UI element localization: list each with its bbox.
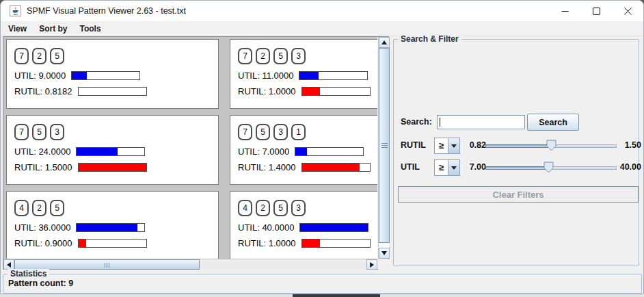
minimize-button[interactable]: [549, 1, 580, 21]
statistics-groupbox: Statistics Pattern count: 9: [3, 274, 642, 294]
rutil-bar-fill: [302, 88, 320, 95]
util-bar-fill: [295, 148, 307, 155]
search-row: Search: Search: [399, 114, 636, 131]
util-bar-fill: [77, 148, 117, 155]
item-badge: 3: [50, 124, 64, 140]
item-badge: 5: [273, 200, 288, 216]
rutil-label: RUTIL: [401, 140, 426, 150]
scroll-right-button[interactable]: [366, 259, 377, 270]
util-bar-fill: [77, 224, 137, 231]
util-metric-row: UTIL: 11.0000: [238, 70, 377, 80]
scroll-left-button[interactable]: [3, 259, 14, 270]
rutil-metric-row: RUTIL: 1.5000: [14, 162, 211, 172]
rutil-bar-fill: [79, 164, 146, 171]
maximize-button[interactable]: [580, 1, 612, 21]
close-icon: [624, 8, 632, 15]
util-label: UTIL: [401, 162, 420, 172]
menu-item-tools[interactable]: Tools: [73, 22, 107, 36]
item-badge: 3: [291, 200, 306, 216]
menu-item-sort-by[interactable]: Sort by: [33, 22, 73, 36]
group-title: Search & Filter: [398, 34, 461, 44]
rutil-metric-row: RUTIL: 0.9000: [14, 238, 211, 248]
util-bar-fill: [299, 72, 318, 79]
scrollbar-grip-icon: [105, 263, 109, 268]
arrow-up-icon: [381, 40, 387, 44]
menu-item-view[interactable]: View: [2, 22, 33, 36]
util-value-label: UTIL: 36.0000: [14, 222, 70, 233]
util-bar: [71, 71, 140, 80]
rutil-bar-fill: [302, 240, 320, 247]
search-input[interactable]: [437, 115, 525, 129]
rutil-operator-combobox[interactable]: ≥: [434, 138, 460, 154]
app-window: SPMF Visual Pattern Viewer 2.63 - test.t…: [0, 0, 644, 294]
util-value-label: UTIL: 7.0000: [238, 146, 289, 157]
item-badge: 7: [238, 124, 252, 140]
window-title: SPMF Visual Pattern Viewer 2.63 - test.t…: [27, 6, 186, 16]
rutil-bar: [301, 87, 371, 96]
rutil-value-label: RUTIL: 1.4000: [238, 162, 296, 172]
java-coffee-cup-icon: [11, 7, 20, 15]
maximize-icon: [593, 8, 600, 15]
vertical-scrollbar[interactable]: [378, 37, 389, 259]
rutil-min-value: 0.82: [463, 140, 486, 150]
util-bar: [76, 223, 145, 232]
util-metric-row: UTIL: 36.0000: [14, 222, 211, 232]
menu-bar: View Sort by Tools: [1, 21, 643, 36]
item-badge: 2: [32, 48, 46, 64]
scrollbar-corner: [378, 259, 389, 270]
search-button[interactable]: Search: [527, 114, 579, 131]
rutil-bar: [78, 239, 147, 248]
slider-fill: [485, 144, 552, 148]
util-metric-row: UTIL: 7.0000: [238, 146, 377, 156]
rutil-slider-thumb[interactable]: [546, 140, 556, 151]
item-badge: 5: [32, 124, 46, 140]
util-slider[interactable]: [485, 161, 617, 175]
util-value-label: UTIL: 24.0000: [14, 146, 70, 157]
horizontal-scrollbar-thumb[interactable]: [14, 259, 200, 270]
rutil-bar: [78, 87, 147, 96]
rutil-value-label: RUTIL: 1.0000: [238, 238, 296, 248]
rutil-value-label: RUTIL: 0.9000: [14, 238, 72, 248]
pattern-viewport: 725 UTIL: 9.0000 RUTIL: 0.8182 7253 UTIL…: [3, 37, 377, 259]
item-badge: 5: [50, 48, 64, 64]
scrollbar-grip-icon: [381, 143, 388, 149]
badge-row: 7531: [238, 124, 377, 140]
scroll-down-button[interactable]: [379, 248, 390, 259]
arrow-down-icon: [381, 251, 387, 255]
close-button[interactable]: [612, 1, 643, 21]
item-badge: 3: [291, 48, 306, 64]
badge-row: 725: [14, 48, 211, 64]
util-value-label: UTIL: 11.0000: [238, 70, 293, 81]
badge-row: 425: [14, 200, 211, 216]
rutil-value-label: RUTIL: 1.5000: [14, 162, 72, 172]
util-bar: [299, 71, 368, 80]
combobox-arrow-button[interactable]: [448, 138, 459, 153]
rutil-bar: [301, 163, 371, 172]
pattern-card: 725 UTIL: 9.0000 RUTIL: 0.8182: [6, 39, 219, 109]
util-bar: [299, 223, 368, 232]
window-controls: [549, 1, 643, 21]
horizontal-scrollbar[interactable]: [3, 259, 377, 270]
vertical-scrollbar-thumb[interactable]: [379, 48, 390, 243]
java-app-icon: [10, 5, 21, 16]
rutil-metric-row: RUTIL: 1.0000: [238, 238, 377, 248]
item-badge: 5: [256, 124, 270, 140]
item-badge: 2: [32, 200, 46, 216]
operator-value: ≥: [435, 160, 448, 175]
text-caret: [440, 118, 440, 127]
pattern-count-label: Pattern count: 9: [8, 279, 73, 288]
rutil-bar-fill: [302, 164, 360, 171]
combobox-arrow-button[interactable]: [448, 160, 459, 175]
rutil-slider[interactable]: [485, 139, 617, 153]
scroll-up-button[interactable]: [379, 37, 390, 48]
arrow-left-icon: [7, 262, 11, 268]
util-operator-combobox[interactable]: ≥: [434, 159, 460, 176]
item-badge: 7: [14, 48, 29, 64]
clear-filters-button[interactable]: Clear Filters: [398, 186, 639, 203]
pattern-card: 7253 UTIL: 11.0000 RUTIL: 1.0000: [230, 39, 377, 109]
pattern-card: 425 UTIL: 36.0000 RUTIL: 0.9000: [6, 191, 219, 259]
title-bar: SPMF Visual Pattern Viewer 2.63 - test.t…: [1, 1, 643, 21]
util-slider-thumb[interactable]: [544, 162, 554, 173]
item-badge: 2: [256, 200, 270, 216]
util-metric-row: UTIL: 24.0000: [14, 146, 211, 156]
